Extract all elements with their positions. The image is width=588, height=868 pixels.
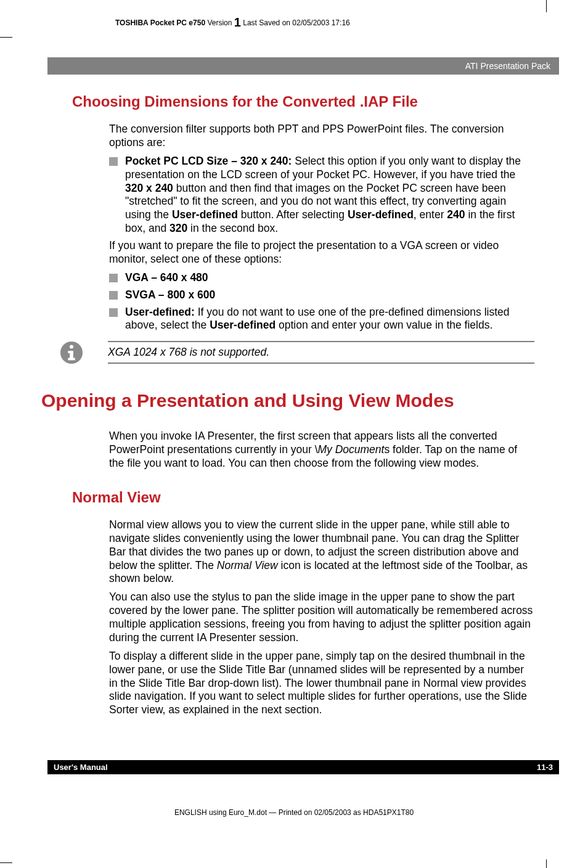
crop-mark [0,37,12,38]
list-text: VGA – 640 x 480 [125,271,534,285]
bold-text: Pocket PC LCD Size – 320 x 240: [125,155,292,167]
info-icon [60,341,83,364]
text: in the second box. [187,222,278,234]
paragraph: You can also use the stylus to pan the s… [109,591,534,645]
heading-normal-view: Normal View [72,489,559,506]
bullet-icon [109,157,118,166]
bold-text: User-defined [210,319,276,331]
list-item: SVGA – 800 x 600 [109,289,534,302]
paragraph: The conversion filter supports both PPT … [109,123,534,150]
heading-choosing-dimensions: Choosing Dimensions for the Converted .I… [72,93,559,110]
list-text: Pocket PC LCD Size – 320 x 240: Select t… [125,155,534,235]
svg-point-3 [70,345,73,349]
footer-left: User's Manual [54,763,108,772]
version-number: 1 [234,15,241,29]
list-item: VGA – 640 x 480 [109,271,534,285]
bold-text: User-defined: [125,306,195,318]
bullet-icon [109,308,118,317]
page: TOSHIBA Pocket PC e750 Version 1 Last Sa… [29,0,559,823]
bullet-list: Pocket PC LCD Size – 320 x 240: Select t… [109,155,534,235]
list-text: User-defined: If you do not want to use … [125,306,534,333]
text: button. After selecting [238,208,348,221]
paragraph: When you invoke IA Presenter, the first … [109,430,534,470]
bold-text: User-defined [172,208,238,221]
italic-text: My Document [318,443,385,456]
bold-text: 240 [447,208,465,221]
page-number: 11-3 [537,763,553,772]
bold-text: VGA – 640 x 480 [125,271,208,284]
text: , enter [414,208,447,221]
bold-text: 320 x 240 [125,182,173,194]
bold-text: SVGA – 800 x 600 [125,289,215,301]
text: option and enter your own value in the f… [276,319,492,331]
svg-rect-4 [68,358,75,361]
version-label: Version [207,18,232,27]
bullet-list: VGA – 640 x 480 SVGA – 800 x 600 User-de… [109,271,534,333]
note-text: XGA 1024 x 768 is not supported. [108,341,534,364]
running-header: TOSHIBA Pocket PC e750 Version 1 Last Sa… [29,15,559,30]
note-callout: XGA 1024 x 768 is not supported. [60,341,534,364]
paragraph: If you want to prepare the file to proje… [109,239,534,266]
print-info: ENGLISH using Euro_M.dot — Printed on 02… [29,808,559,823]
product-name: TOSHIBA Pocket PC e750 [115,18,205,27]
svg-rect-2 [68,351,71,353]
italic-text: Normal View [217,559,278,571]
list-item: User-defined: If you do not want to use … [109,306,534,333]
list-item: Pocket PC LCD Size – 320 x 240: Select t… [109,155,534,235]
paragraph: To display a different slide in the uppe… [109,650,534,717]
section-banner: ATI Presentation Pack [47,57,559,75]
footer-bar: User's Manual 11-3 [47,760,559,774]
heading-opening-presentation: Opening a Presentation and Using View Mo… [41,390,559,411]
bullet-icon [109,274,118,282]
bold-text: User-defined [348,208,414,221]
paragraph: Normal view allows you to view the curre… [109,518,534,586]
list-text: SVGA – 800 x 600 [125,289,534,302]
bold-text: 320 [169,222,187,234]
save-info: Last Saved on 02/05/2003 17:16 [243,18,349,27]
bullet-icon [109,291,118,300]
